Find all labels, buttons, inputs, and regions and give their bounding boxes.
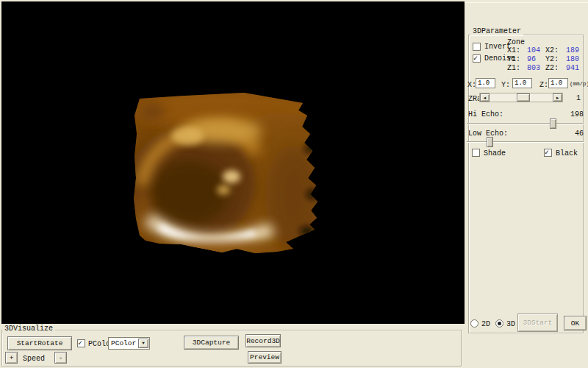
3dcapture-button[interactable]: 3DCapture [184,336,239,350]
low-echo-track[interactable] [467,141,584,143]
low-echo-thumb[interactable] [487,137,493,147]
scale-x-input[interactable] [476,78,495,88]
scale-z-label: Z: [539,81,548,89]
hi-echo-label: Hi Echo: [468,110,503,118]
black-label: Black [556,149,578,158]
hi-echo-track[interactable] [467,123,584,124]
zone-x1-label: X1: [507,46,520,54]
zrate-left-arrow-icon[interactable]: ◄ [480,93,490,102]
hi-echo-thumb[interactable] [550,118,556,129]
shade-label: Shade [484,149,506,158]
pcolor-selected-value: PColor [111,339,136,347]
zone-x2-value: 189 [566,46,579,54]
mode-3d-radio[interactable] [495,319,503,328]
zone-x1-value: 104 [527,46,540,54]
pcolor-select[interactable]: PColor ▼ [108,337,150,350]
hi-echo-slider[interactable] [467,118,584,129]
zone-label: Zone [507,38,525,46]
denoise-checkbox[interactable] [473,54,481,63]
zone-y2-value: 180 [566,55,579,63]
speed-minus-button[interactable]: - [54,352,67,364]
hi-echo-value: 198 [570,110,584,118]
record3d-button[interactable]: Record3D [245,334,281,347]
mode-2d-label: 2D [481,320,490,328]
speed-label: Speed [23,355,45,363]
zone-y2-label: Y2: [545,55,559,63]
mode-2d-radio[interactable] [470,319,478,328]
zone-z1-value: 803 [527,64,540,72]
render-viewport[interactable] [1,1,465,324]
dropdown-arrow-icon[interactable]: ▼ [138,339,148,348]
ultrasound-render [1,1,465,324]
zone-y1-label: Y1: [507,55,520,63]
parameter-panel: 3DParameter Invert Denoise Zone X1: 104 … [465,0,588,368]
scale-y-input[interactable] [512,78,532,88]
zrate-right-arrow-icon[interactable]: ► [553,93,562,102]
ok-button[interactable]: OK [564,316,587,330]
zone-z1-label: Z1: [507,64,520,72]
scale-z-input[interactable] [548,78,568,88]
invert-checkbox[interactable] [473,43,481,51]
scale-y-label: Y: [501,81,510,89]
mode-3d-label: 3D [506,320,515,328]
zone-z2-label: Z2: [545,64,559,72]
visualize-panel: 3DVisualize StartRotate + Speed - PColor… [0,324,465,368]
zrate-scrollbar[interactable]: ◄ ► [479,93,563,102]
parameter-groupbox-title: 3DParameter [470,27,523,35]
zrate-thumb[interactable] [517,93,530,102]
start-rotate-button[interactable]: StartRotate [7,336,72,350]
low-echo-slider[interactable] [467,137,584,147]
preview-button[interactable]: Preview [248,351,282,364]
pcolor-checkbox[interactable] [77,339,85,347]
zone-z2-value: 941 [566,64,579,72]
3dstart-button[interactable]: 3DStart [517,314,558,332]
black-checkbox[interactable] [544,149,552,157]
speed-plus-button[interactable]: + [5,352,18,364]
shade-checkbox[interactable] [472,149,480,157]
zrate-value: 1 [576,94,581,102]
application-window: 3DParameter Invert Denoise Zone X1: 104 … [0,0,588,368]
zone-x2-label: X2: [545,46,559,54]
visualize-groupbox-title: 3DVisualize [2,325,55,333]
scale-unit-label: (mm/p) [570,80,588,88]
zone-y1-value: 96 [527,55,536,63]
